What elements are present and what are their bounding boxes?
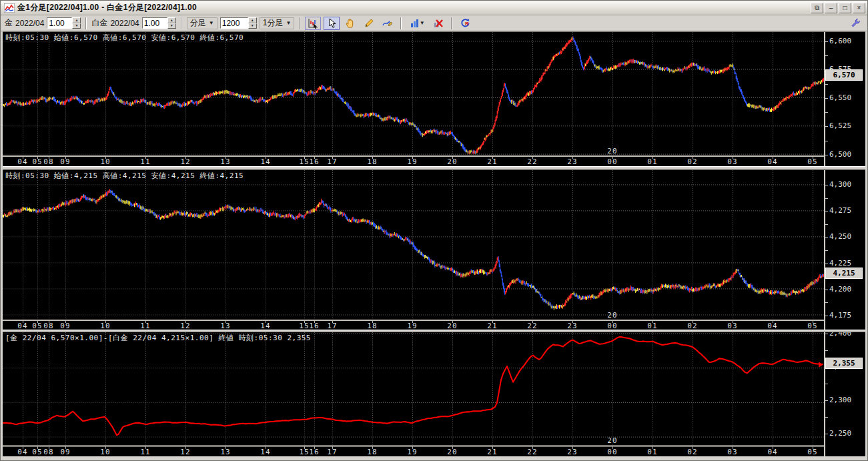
- price-axis-label: 2,400: [829, 332, 851, 338]
- svg-text:16: 16: [309, 448, 319, 456]
- gold-price-axis: 6,6006,5756,5506,5256,5006,570: [824, 32, 865, 166]
- svg-text:01: 01: [647, 322, 657, 330]
- svg-text:15: 15: [299, 448, 309, 456]
- current-price-badge: 6,570: [825, 69, 863, 81]
- price-axis-tick: [825, 334, 828, 334]
- platinum-info-line: 時刻:05:30 始値:4,215 高値:4,215 安値:4,215 終値:4…: [5, 171, 244, 181]
- price-axis-label: 2,300: [829, 396, 851, 404]
- toolbar-separator: [400, 17, 402, 29]
- svg-text:08: 08: [43, 157, 53, 166]
- svg-text:R: R: [465, 21, 469, 27]
- svg-text:00: 00: [607, 157, 617, 166]
- svg-text:04: 04: [767, 448, 777, 456]
- svg-text:05: 05: [807, 448, 817, 456]
- svg-text:13: 13: [220, 157, 230, 166]
- svg-text:19: 19: [407, 448, 417, 456]
- bar-chart-icon: [410, 19, 420, 28]
- pointer-icon: [327, 18, 336, 28]
- svg-text:04: 04: [17, 448, 27, 456]
- timeframe-dropdown-label: 1分足: [263, 17, 284, 29]
- price-axis-tick: [825, 84, 828, 85]
- gold-chart-canvas: 0405080910111213141516171819202122230001…: [3, 32, 824, 166]
- price-axis-tick: [825, 155, 828, 155]
- current-price-badge: 2,355: [825, 358, 863, 369]
- price-axis-tick: [825, 302, 828, 303]
- svg-text:08: 08: [43, 448, 53, 456]
- chevron-down-icon: ▼: [420, 20, 425, 26]
- gold-ratio-input[interactable]: [47, 17, 72, 29]
- minimize-button[interactable]: –: [825, 3, 837, 13]
- platinum-price-axis: 4,3004,2754,2504,2254,2004,1754,215: [824, 170, 865, 330]
- toolbar-separator: [451, 17, 452, 29]
- spread-plot-area[interactable]: 0405080910111213141516171819202122230001…: [3, 332, 824, 456]
- svg-text:09: 09: [60, 322, 70, 330]
- price-axis-tick: [825, 112, 828, 113]
- bar-count-input[interactable]: [220, 17, 248, 29]
- period-dropdown[interactable]: 分足 ▼: [187, 17, 218, 29]
- svg-text:02: 02: [687, 157, 697, 166]
- platinum-label: 白金: [91, 17, 107, 29]
- platinum-ratio-input[interactable]: [142, 17, 167, 29]
- price-axis-tick: [825, 400, 828, 401]
- pencil-tool-button[interactable]: [361, 17, 377, 30]
- platinum-plot-area[interactable]: 0405080910111213141516171819202122230001…: [3, 170, 824, 330]
- float-button[interactable]: ⧉: [811, 3, 823, 13]
- svg-text:22: 22: [527, 322, 537, 330]
- svg-text:05: 05: [807, 157, 817, 166]
- price-axis-tick: [825, 55, 828, 56]
- svg-text:08: 08: [43, 322, 53, 330]
- svg-text:17: 17: [327, 322, 337, 330]
- svg-text:04: 04: [767, 157, 777, 166]
- svg-text:18: 18: [367, 322, 377, 330]
- price-axis-tick: [825, 224, 828, 225]
- svg-text:10: 10: [100, 448, 110, 456]
- price-axis-tick: [825, 350, 828, 351]
- price-axis-tick: [825, 126, 828, 127]
- hand-tool-button[interactable]: [342, 17, 358, 30]
- svg-text:21: 21: [487, 157, 497, 166]
- price-axis-tick: [825, 316, 828, 316]
- gold-ratio-up-button[interactable]: ▲: [72, 17, 81, 23]
- toolbar-separator: [299, 17, 300, 29]
- gold-plot-area[interactable]: 0405080910111213141516171819202122230001…: [3, 32, 824, 166]
- platinum-ratio-up-button[interactable]: ▲: [167, 17, 176, 23]
- svg-text:05: 05: [807, 322, 817, 330]
- svg-text:19: 19: [407, 322, 417, 330]
- svg-text:21: 21: [487, 322, 497, 330]
- svg-text:20: 20: [607, 436, 617, 445]
- timeframe-dropdown[interactable]: 1分足 ▼: [260, 17, 295, 29]
- bar-count-down-button[interactable]: ▼: [248, 23, 257, 29]
- pointer-tool-button[interactable]: [324, 17, 340, 30]
- spread-chart-canvas: 0405080910111213141516171819202122230001…: [3, 332, 824, 456]
- settings-wrench-button[interactable]: [847, 17, 863, 30]
- svg-text:14: 14: [260, 322, 270, 330]
- price-axis-tick: [825, 290, 828, 290]
- close-button[interactable]: ×: [853, 3, 865, 13]
- gold-ratio-down-button[interactable]: ▼: [72, 23, 81, 29]
- svg-text:16: 16: [309, 322, 319, 330]
- bar-count-up-button[interactable]: ▲: [248, 17, 257, 23]
- svg-text:12: 12: [180, 157, 190, 166]
- chevron-down-icon: ▼: [286, 20, 291, 26]
- svg-text:05: 05: [32, 157, 42, 166]
- svg-text:18: 18: [367, 448, 377, 456]
- svg-text:21: 21: [487, 448, 497, 456]
- platinum-month-label: 2022/04: [110, 19, 139, 28]
- svg-text:17: 17: [327, 448, 337, 456]
- pen-curve-tool-button[interactable]: [380, 17, 396, 30]
- maximize-button[interactable]: □: [839, 3, 851, 13]
- pen-curve-icon: [382, 18, 393, 28]
- svg-text:12: 12: [180, 322, 190, 330]
- chart-cursor-tool-button[interactable]: [305, 17, 321, 30]
- period-dropdown-label: 分足: [190, 17, 206, 29]
- chart-panel-spread: 0405080910111213141516171819202122230001…: [3, 332, 865, 456]
- chart-cursor-icon: [308, 18, 318, 29]
- reload-button[interactable]: R: [457, 17, 473, 30]
- price-axis-label: 6,600: [829, 37, 851, 45]
- svg-text:00: 00: [607, 322, 617, 330]
- clear-drawings-button[interactable]: [430, 17, 446, 30]
- price-axis-label: 6,500: [829, 151, 851, 159]
- svg-text:11: 11: [140, 322, 150, 330]
- platinum-ratio-down-button[interactable]: ▼: [167, 23, 176, 29]
- chart-type-dropdown-button[interactable]: ▼: [406, 17, 428, 30]
